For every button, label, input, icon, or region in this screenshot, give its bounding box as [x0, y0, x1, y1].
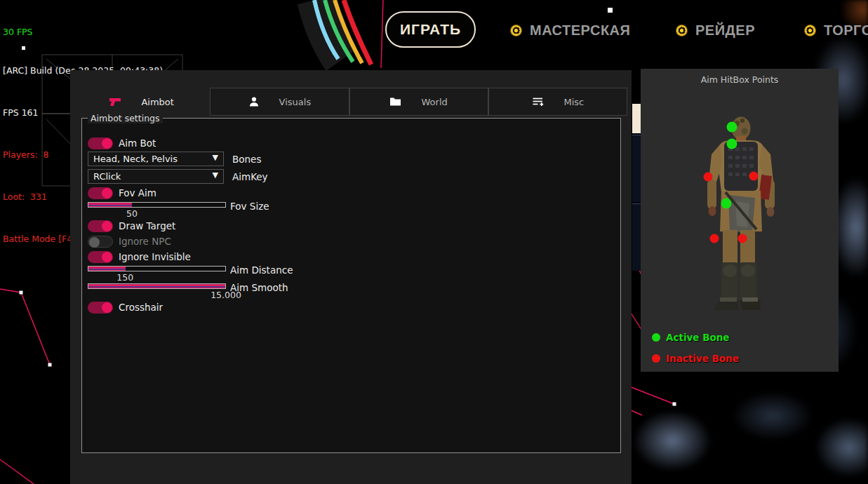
- tab-world[interactable]: World: [349, 88, 488, 116]
- fov-aim-toggle[interactable]: Fov Aim: [88, 187, 156, 199]
- aim-distance-label: Aim Distance: [230, 264, 293, 276]
- playlist-icon: [532, 96, 545, 107]
- tab-label: Visuals: [279, 97, 312, 107]
- tab-label: Aimbot: [141, 97, 173, 107]
- aim-smooth-slider[interactable]: 15.000: [88, 283, 226, 300]
- ignore-invisible-toggle[interactable]: Ignore Invisible: [88, 250, 191, 263]
- slider-track[interactable]: [88, 202, 226, 208]
- toggle-track[interactable]: [88, 220, 113, 232]
- slider-track[interactable]: [88, 283, 226, 289]
- play-button[interactable]: ИГРАТЬ: [385, 11, 476, 48]
- aim-smooth-label: Aim Smooth: [230, 282, 288, 293]
- hitbox-point-right-arm: [749, 172, 759, 181]
- ignore-npc-toggle[interactable]: Ignore NPC: [88, 235, 171, 248]
- gun-icon: [108, 97, 121, 107]
- slider-track[interactable]: [88, 266, 226, 271]
- toggle-track[interactable]: [88, 187, 113, 199]
- slider-fill: [88, 284, 225, 288]
- tab-label: Misc: [564, 97, 585, 107]
- hitbox-points: [641, 69, 839, 372]
- menu-item-workshop[interactable]: МАСТЕРСКАЯ: [510, 19, 630, 41]
- fov-size-slider[interactable]: 50: [88, 202, 226, 219]
- inactive-bone-dot: [652, 354, 660, 363]
- toggle-track[interactable]: [88, 251, 113, 263]
- chevron-down-icon: ▼: [213, 170, 218, 180]
- aimkey-label: AimKey: [232, 171, 268, 182]
- toggle-knob: [102, 188, 112, 199]
- hitbox-point-head: [727, 122, 737, 133]
- chevron-down-icon: ▼: [213, 153, 218, 162]
- toggle-knob: [102, 252, 112, 262]
- toggle-knob: [102, 221, 112, 231]
- legend-label: Inactive Bone: [666, 353, 739, 364]
- toggle-label: Fov Aim: [119, 187, 156, 199]
- person-icon: [248, 96, 260, 107]
- tab-bar: Aimbot Visuals World Misc: [72, 88, 627, 116]
- coin-icon: [804, 25, 816, 36]
- toggle-knob: [102, 138, 112, 149]
- toggle-label: Draw Target: [119, 220, 175, 231]
- aim-distance-slider[interactable]: 150: [88, 266, 226, 283]
- menu-item-trade[interactable]: ТОРГО: [804, 19, 868, 41]
- group-title: Aimbot settings: [88, 113, 163, 123]
- menu-item-label: РЕЙДЕР: [695, 22, 755, 39]
- toggle-label: Ignore Invisible: [119, 251, 191, 262]
- hitbox-point-left-thigh: [710, 234, 719, 243]
- legend-inactive-bone: Inactive Bone: [652, 352, 739, 365]
- coin-icon: [676, 25, 688, 36]
- toggle-label: Aim Bot: [119, 137, 156, 149]
- bones-label: Bones: [232, 154, 261, 165]
- select-value: RClick: [93, 171, 121, 182]
- tab-visuals[interactable]: Visuals: [210, 88, 349, 116]
- aimkey-select[interactable]: RClick ▼: [88, 169, 224, 184]
- draw-target-toggle[interactable]: Draw Target: [88, 220, 175, 232]
- cheat-menu-panel: Aimbot Visuals World Misc A: [70, 70, 632, 484]
- background-ice-bottom: [629, 370, 868, 484]
- legend-active-bone: Active Bone: [652, 331, 730, 344]
- active-bone-dot: [652, 333, 660, 342]
- toggle-knob: [89, 237, 100, 248]
- toggle-track[interactable]: [88, 137, 113, 149]
- menu-item-label: МАСТЕРСКАЯ: [530, 22, 630, 39]
- folder-icon: [389, 97, 401, 107]
- select-value: Head, Neck, Pelvis: [93, 154, 178, 164]
- slider-fill: [88, 267, 126, 271]
- hud-fps-overlay: 30 FPS: [3, 28, 163, 36]
- hitbox-point-left-arm: [704, 173, 713, 182]
- menu-item-label: ТОРГО: [824, 22, 868, 39]
- aimbot-settings-group: Aimbot settings Aim Bot Head, Neck, Pelv…: [81, 118, 621, 453]
- fov-size-label: Fov Size: [230, 201, 269, 212]
- slider-fill: [88, 203, 132, 207]
- crosshair-toggle[interactable]: Crosshair: [88, 301, 163, 314]
- toggle-track[interactable]: [88, 236, 113, 248]
- toggle-label: Crosshair: [119, 302, 163, 313]
- hitbox-point-neck: [727, 139, 737, 149]
- menu-item-raider[interactable]: РЕЙДЕР: [676, 19, 755, 41]
- tab-misc[interactable]: Misc: [488, 88, 627, 116]
- hitbox-point-pelvis: [721, 199, 732, 209]
- slider-value: 50: [126, 208, 138, 219]
- hitbox-panel: Aim HitBox Points: [641, 69, 839, 372]
- hitbox-point-right-thigh: [738, 234, 747, 243]
- toggle-knob: [102, 302, 112, 313]
- aim-bot-toggle[interactable]: Aim Bot: [88, 137, 156, 149]
- slider-value: 150: [116, 272, 133, 283]
- tab-label: World: [421, 97, 447, 107]
- tab-aimbot[interactable]: Aimbot: [72, 88, 210, 116]
- legend-label: Active Bone: [666, 332, 730, 343]
- toggle-label: Ignore NPC: [119, 236, 171, 247]
- rainbow-banner: [314, 0, 371, 65]
- toggle-track[interactable]: [88, 302, 113, 314]
- coin-icon: [510, 25, 522, 36]
- bones-select[interactable]: Head, Neck, Pelvis ▼: [88, 152, 224, 166]
